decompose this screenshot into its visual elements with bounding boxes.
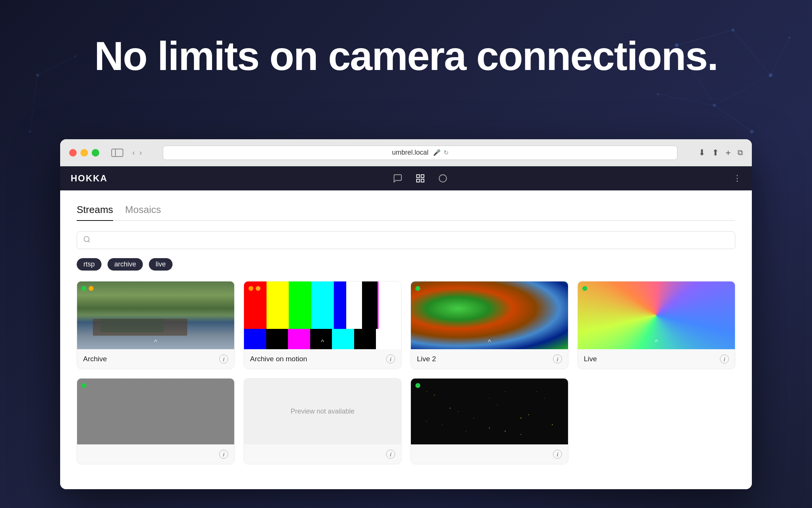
- new-tab-icon[interactable]: +: [726, 148, 731, 158]
- search-input[interactable]: [95, 236, 729, 244]
- stream-name-archive: Archive: [83, 355, 107, 363]
- browser-window: ‹ › umbrel.local 🎤 ↻ ⬇ ⬆ + ⧉ HOKKA: [60, 139, 752, 489]
- svg-point-23: [439, 175, 447, 182]
- stream-thumbnail-archive-motion: ^: [244, 281, 401, 349]
- chevron-up-icon: ^: [154, 338, 157, 346]
- info-button-archive[interactable]: i: [219, 354, 228, 364]
- preview-not-available: Preview not available: [244, 379, 401, 444]
- svg-line-25: [88, 241, 90, 242]
- stream-footer-stars: i: [411, 444, 568, 464]
- toolbar-icon-group: [108, 172, 733, 184]
- chat-icon[interactable]: [392, 172, 404, 184]
- info-button-grain[interactable]: i: [219, 450, 228, 459]
- chevron-up-icon-2: ^: [321, 338, 324, 346]
- info-button-placeholder[interactable]: i: [386, 450, 395, 459]
- circle-icon[interactable]: [437, 172, 449, 184]
- stream-thumbnail-placeholder: Preview not available: [244, 379, 401, 444]
- tabs-icon[interactable]: ⧉: [738, 148, 743, 157]
- stream-thumbnail-archive: ^: [77, 281, 234, 349]
- url-display: umbrel.local: [392, 149, 429, 157]
- download-icon[interactable]: ⬇: [698, 148, 705, 158]
- minimize-button[interactable]: [80, 149, 88, 157]
- stream-name-archive-motion: Archive on motion: [250, 355, 307, 363]
- app-content: Streams Mosaics rtsp archive live: [60, 190, 752, 489]
- browser-navigation: ‹ ›: [132, 148, 142, 157]
- info-button-live[interactable]: i: [720, 354, 729, 364]
- svg-rect-22: [421, 179, 424, 182]
- stream-card-archive-motion[interactable]: ^ Archive on motion i: [244, 281, 401, 369]
- stream-card-live[interactable]: ^ Live i: [577, 281, 735, 369]
- stream-footer-archive: Archive i: [77, 349, 234, 369]
- info-button-stars[interactable]: i: [553, 450, 562, 459]
- hero-headline: No limits on camera connections.: [0, 34, 812, 79]
- stream-grid: ^ Archive i: [77, 281, 735, 464]
- tab-mosaics[interactable]: Mosaics: [125, 204, 161, 220]
- app-logo: HOKKA: [71, 173, 108, 184]
- info-button-archive-motion[interactable]: i: [386, 354, 395, 364]
- filter-chips: rtsp archive live: [77, 258, 735, 271]
- forward-button[interactable]: ›: [139, 148, 142, 157]
- filter-chip-live[interactable]: live: [149, 258, 173, 271]
- grid-icon[interactable]: [414, 172, 426, 184]
- tab-bar: Streams Mosaics: [77, 204, 735, 221]
- stream-card-stars[interactable]: i: [411, 378, 568, 464]
- more-options-button[interactable]: ⋮: [733, 173, 741, 183]
- tab-streams[interactable]: Streams: [77, 204, 113, 221]
- chevron-up-icon-3: ^: [488, 338, 491, 346]
- stream-thumbnail-stars: [411, 379, 568, 444]
- stream-thumbnail-live2: ^: [411, 281, 568, 349]
- stream-name-live2: Live 2: [417, 355, 436, 363]
- stream-card-live2[interactable]: ^ Live 2 i: [411, 281, 568, 369]
- stream-footer-archive-motion: Archive on motion i: [244, 349, 401, 369]
- stream-card-placeholder[interactable]: Preview not available i: [244, 378, 401, 464]
- maximize-button[interactable]: [92, 149, 99, 157]
- svg-rect-20: [421, 175, 424, 178]
- stream-card-archive[interactable]: ^ Archive i: [77, 281, 235, 369]
- stream-footer-live2: Live 2 i: [411, 349, 568, 369]
- stream-card-grain[interactable]: i: [77, 378, 235, 464]
- share-icon[interactable]: ⬆: [712, 148, 719, 158]
- browser-titlebar: ‹ › umbrel.local 🎤 ↻ ⬇ ⬆ + ⧉: [60, 139, 752, 166]
- stream-footer-placeholder: i: [244, 444, 401, 464]
- svg-rect-19: [417, 175, 420, 178]
- stream-footer-live: Live i: [578, 349, 735, 369]
- info-button-live2[interactable]: i: [553, 354, 562, 364]
- stream-thumbnail-live: ^: [578, 281, 735, 349]
- search-icon: [83, 236, 91, 245]
- svg-point-24: [84, 237, 89, 242]
- stream-name-live: Live: [584, 355, 597, 363]
- chevron-up-icon-4: ^: [655, 338, 658, 346]
- address-bar[interactable]: umbrel.local 🎤 ↻: [163, 146, 677, 160]
- back-button[interactable]: ‹: [132, 148, 135, 157]
- stream-footer-grain: i: [77, 444, 234, 464]
- app-toolbar: HOKKA: [60, 166, 752, 190]
- stream-thumbnail-grain: [77, 379, 234, 444]
- close-button[interactable]: [69, 149, 77, 157]
- search-bar: [77, 231, 735, 249]
- filter-chip-rtsp[interactable]: rtsp: [77, 258, 102, 271]
- svg-rect-21: [417, 179, 420, 182]
- filter-chip-archive[interactable]: archive: [108, 258, 143, 271]
- traffic-lights: [69, 149, 99, 157]
- sidebar-toggle-icon[interactable]: [111, 149, 123, 157]
- browser-toolbar-actions: ⬇ ⬆ + ⧉: [698, 148, 743, 158]
